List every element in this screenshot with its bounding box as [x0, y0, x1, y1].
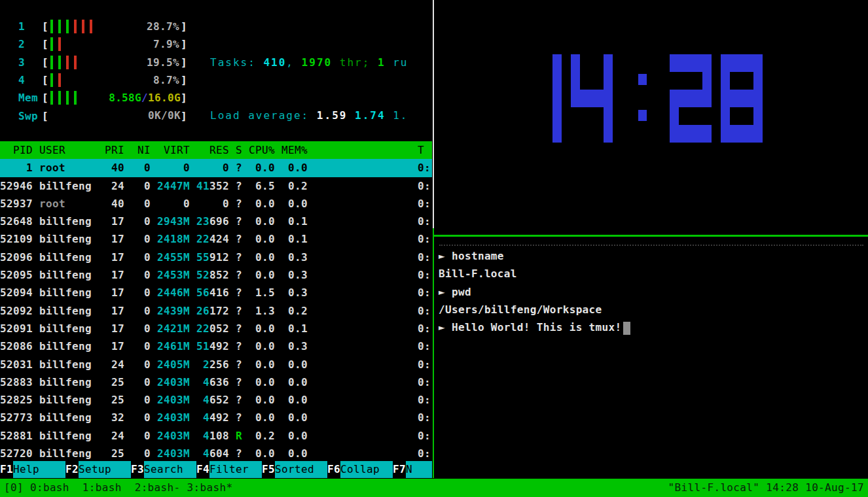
- tasks-line: Tasks: 410, 1970 thr; 1 ru: [210, 54, 408, 71]
- memory-meter-label: Mem: [18, 92, 42, 104]
- pid-cell: 52094: [0, 284, 33, 301]
- process-row[interactable]: 52881 billfeng 24 0 2403M 4108 R 0.2 0.0…: [0, 427, 432, 445]
- virt-cell: 2403M: [151, 391, 190, 409]
- state-cell: ?: [229, 248, 242, 266]
- cpu-percent: 28.7%: [147, 18, 179, 35]
- clock-colon: [638, 54, 647, 143]
- pane-border-vertical[interactable]: [433, 0, 434, 228]
- column-header-time[interactable]: T: [308, 141, 432, 159]
- res-cell: 4636: [190, 373, 229, 391]
- nice-cell: 0: [124, 320, 151, 337]
- terminal-pane[interactable]: ► hostname Bill-F.local ► pwd /Users/bil…: [434, 237, 868, 478]
- priority-cell: 17: [98, 320, 124, 337]
- process-row[interactable]: 52109 billfeng 17 0 2418M 22424 ? 0.0 0.…: [0, 230, 432, 248]
- column-header-ni[interactable]: NI: [124, 141, 151, 159]
- swap-usage-text: 0K/0K: [148, 107, 181, 124]
- process-row[interactable]: 52092 billfeng 17 0 2439M 26172 ? 1.3 0.…: [0, 302, 432, 320]
- function-key-button[interactable]: F4Filter: [196, 461, 262, 478]
- htop-pane[interactable]: 1 [ 28.7% ] 2 [ 7.9%: [0, 0, 432, 478]
- cpu-meter-label: 4: [18, 74, 42, 86]
- function-key-button[interactable]: F5Sorted: [262, 461, 327, 478]
- cpu-percent-cell: 0.0: [242, 320, 275, 337]
- cpu-percent-cell: 1.3: [242, 302, 275, 320]
- user-cell: billfeng: [39, 337, 98, 355]
- process-row[interactable]: 52086 billfeng 17 0 2461M 51492 ? 0.0 0.…: [0, 337, 432, 355]
- virt-cell: 2421M: [151, 320, 190, 337]
- priority-cell: 25: [98, 445, 124, 462]
- mem-percent-cell: 0.0: [275, 195, 308, 213]
- cpu-meter-label: 2: [18, 38, 42, 50]
- pid-cell: 52883: [0, 373, 33, 391]
- time-cell: 0:: [308, 230, 432, 248]
- cpu-meter-bar: 7.9%: [48, 35, 181, 53]
- res-cell: 4492: [190, 409, 229, 426]
- priority-cell: 24: [98, 427, 124, 445]
- mem-percent-cell: 0.2: [275, 302, 308, 320]
- meter-close-bracket: ]: [181, 110, 187, 122]
- nice-cell: 0: [124, 302, 151, 320]
- column-header-virt[interactable]: VIRT: [151, 141, 190, 159]
- column-header-s[interactable]: S: [229, 141, 242, 159]
- function-key-button[interactable]: F6Collap: [327, 461, 393, 478]
- meter-close-bracket: ]: [181, 74, 187, 86]
- meter-close-bracket: ]: [181, 20, 187, 33]
- process-table-header[interactable]: PID USER PRI NI VIRT RES S CPU% MEM% T: [0, 141, 432, 159]
- nice-cell: 0: [124, 427, 151, 445]
- meter-open-bracket: [: [42, 74, 48, 86]
- cpu-usage-bars: [50, 73, 66, 87]
- process-row[interactable]: 52095 billfeng 17 0 2453M 52852 ? 0.0 0.…: [0, 266, 432, 284]
- mem-percent-cell: 0.0: [275, 445, 308, 462]
- time-cell: 0:: [308, 391, 432, 409]
- process-row[interactable]: 52720 billfeng 25 0 2403M 4604 ? 0.0 0.0…: [0, 445, 432, 462]
- process-row[interactable]: 52946 billfeng 24 0 2447M 41352 ? 6.5 0.…: [0, 177, 432, 195]
- cpu-percent-cell: 0.0: [242, 337, 275, 355]
- time-cell: 0:: [308, 409, 432, 426]
- function-key-button[interactable]: F3Search: [131, 461, 196, 478]
- process-row[interactable]: 52031 billfeng 24 0 2405M 2256 ? 0.0 0.0…: [0, 356, 432, 373]
- state-cell: ?: [229, 266, 242, 284]
- user-cell: billfeng: [39, 213, 98, 230]
- process-row[interactable]: 52937 root 40 0 0 0 ? 0.0 0.0 0:: [0, 195, 432, 213]
- column-header-mem[interactable]: MEM%: [275, 141, 308, 159]
- process-row[interactable]: 52091 billfeng 17 0 2421M 22052 ? 0.0 0.…: [0, 320, 432, 337]
- column-header-cpu[interactable]: CPU%: [242, 141, 275, 159]
- state-cell: ?: [229, 195, 242, 213]
- nice-cell: 0: [124, 373, 151, 391]
- function-key-button[interactable]: F1Help: [0, 461, 65, 478]
- tmux-window-list[interactable]: [0] 0:bash 1:bash 2:bash- 3:bash*: [4, 479, 232, 497]
- process-row[interactable]: 1 root 40 0 0 0 ? 0.0 0.0 0:: [0, 159, 432, 177]
- process-row[interactable]: 52825 billfeng 25 0 2403M 4652 ? 0.0 0.0…: [0, 391, 432, 409]
- nice-cell: 0: [124, 230, 151, 248]
- column-header-pid[interactable]: PID: [0, 141, 33, 159]
- process-row[interactable]: 52094 billfeng 17 0 2446M 56416 ? 1.5 0.…: [0, 284, 432, 301]
- mem-percent-cell: 0.2: [275, 177, 308, 195]
- pid-cell: 52648: [0, 213, 33, 230]
- priority-cell: 32: [98, 409, 124, 426]
- function-key-button[interactable]: F7N: [393, 461, 432, 478]
- mem-percent-cell: 0.0: [275, 373, 308, 391]
- column-header-user[interactable]: USER: [39, 141, 98, 159]
- priority-cell: 24: [98, 177, 124, 195]
- process-row[interactable]: 52648 billfeng 17 0 2943M 23696 ? 0.0 0.…: [0, 213, 432, 230]
- user-cell: root: [39, 195, 98, 213]
- priority-cell: 24: [98, 356, 124, 373]
- virt-cell: 2403M: [151, 445, 190, 462]
- function-key-name: F4: [196, 461, 209, 478]
- process-row[interactable]: 52883 billfeng 25 0 2403M 4636 ? 0.0 0.0…: [0, 373, 432, 391]
- column-header-res[interactable]: RES: [190, 141, 229, 159]
- cpu-percent-cell: 0.0: [242, 409, 275, 426]
- time-cell: 0:: [308, 373, 432, 391]
- user-cell: root: [39, 159, 98, 177]
- cpu-percent: 8.7%: [153, 71, 179, 89]
- state-cell: ?: [229, 302, 242, 320]
- time-cell: 0:: [308, 195, 432, 213]
- user-cell: billfeng: [39, 409, 98, 426]
- column-header-pri[interactable]: PRI: [98, 141, 124, 159]
- cpu-percent-cell: 0.0: [242, 445, 275, 462]
- res-cell: 26172: [190, 302, 229, 320]
- nice-cell: 0: [124, 356, 151, 373]
- mem-percent-cell: 0.3: [275, 337, 308, 355]
- process-row[interactable]: 52773 billfeng 32 0 2403M 4492 ? 0.0 0.0…: [0, 409, 432, 426]
- function-key-button[interactable]: F2Setup: [65, 461, 131, 478]
- process-row[interactable]: 52096 billfeng 17 0 2455M 55912 ? 0.0 0.…: [0, 248, 432, 266]
